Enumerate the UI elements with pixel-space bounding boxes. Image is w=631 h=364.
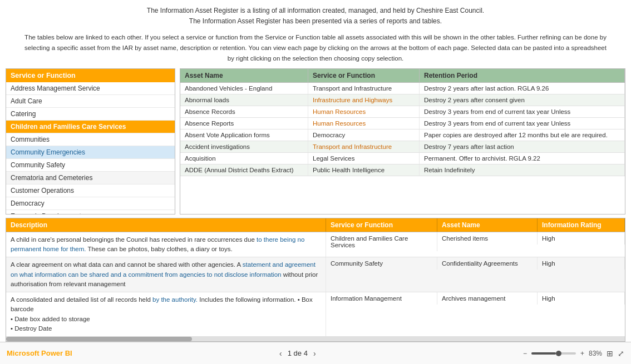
td-bottom-asset: Confidentiality Agreements [437,257,538,270]
table-row[interactable]: ADDE (Annual District Deaths Extract)Pub… [180,164,625,176]
top-right-table: Asset Name Service or Function Retention… [180,68,625,214]
td-bottom-service: Children and Families Care Services [326,232,437,251]
sidebar: Service or Function Address Management S… [6,68,175,214]
td-service: Democracy [308,129,420,141]
td-retention: Retain Indefinitely [420,164,625,176]
header-line1: The Information Asset Register is a list… [11,6,620,16]
th-information-rating: Information Rating [538,218,625,232]
td-bottom-asset: Archives management [437,292,538,305]
prev-page-button[interactable]: ‹ [279,349,282,358]
bottom-row[interactable]: A clear agreement on what data can and c… [6,257,625,292]
td-asset: Absence Reports [180,118,308,129]
zoom-fill [531,352,556,355]
td-service: Transport and Infrastructure [308,141,420,152]
sidebar-item[interactable]: Community Emergencies [6,146,175,159]
bottom-table-header-row: Description Service or Function Asset Na… [6,218,625,232]
sidebar-item[interactable]: Crematoria and Cemeteries [6,172,175,185]
td-description: A clear agreement on what data can and c… [6,257,326,292]
zoom-slider[interactable] [531,352,576,355]
header-section: The Information Asset Register is a list… [0,0,631,30]
footer-left: Microsoft Power BI [7,349,72,357]
next-page-button[interactable]: › [313,349,316,358]
td-bottom-service: Community Safety [326,257,437,270]
table-row[interactable]: Absence RecordsHuman ResourcesDestroy 3 … [180,106,625,118]
sidebar-list[interactable]: Address Management ServiceAdult CareCate… [6,82,175,213]
td-asset: Absent Vote Application forms [180,129,308,141]
td-retention: Destroy 2 years after last action. RGLA … [420,83,625,94]
page-wrapper: The Information Asset Register is a list… [0,0,631,364]
bottom-row[interactable]: A child in care's personal belongings th… [6,232,625,258]
td-service: Human Resources [308,118,420,129]
th-asset-name: Asset Name [180,69,308,82]
sidebar-item[interactable]: Economic Development [6,210,175,213]
bottom-scrollbar[interactable] [6,337,625,341]
sidebar-item[interactable]: Community Safety [6,159,175,172]
table-row[interactable]: Abnormal loadsInfrastructure and Highway… [180,94,625,106]
th-service-function: Service or Function [308,69,420,82]
td-service: Human Resources [308,106,420,117]
bottom-row[interactable]: A consolidated and detailed list of all … [6,292,625,337]
sidebar-item[interactable]: Democracy [6,197,175,210]
top-table-body[interactable]: Abandoned Vehicles - EnglandTransport an… [180,83,625,213]
sidebar-item[interactable]: Adult Care [6,95,175,108]
td-bottom-asset: Cherished items [437,232,538,245]
th-retention-period: Retention Period [420,69,625,82]
table-row[interactable]: Absent Vote Application formsDemocracyPa… [180,129,625,141]
td-retention: Paper copies are destroyed after 12 mont… [420,129,625,141]
td-service: Transport and Infrastructure [308,83,420,94]
table-row[interactable]: Accident investigationsTransport and Inf… [180,141,625,153]
main-content: Service or Function Address Management S… [0,68,631,342]
table-row[interactable]: AcquisitionLegal ServicesPermanent. Offe… [180,153,625,164]
td-asset: Abandoned Vehicles - England [180,83,308,94]
td-asset: Acquisition [180,153,308,164]
sidebar-item[interactable]: Children and Families Care Services [6,121,175,133]
td-asset: Accident investigations [180,141,308,152]
sidebar-item[interactable]: Customer Operations [6,185,175,197]
top-section: Service or Function Address Management S… [6,68,625,214]
sidebar-item[interactable]: Communities [6,133,175,146]
zoom-level: 83% [589,350,602,357]
td-bottom-service: Information Management [326,292,437,305]
th-description: Description [6,218,326,232]
td-retention: Permanent. Offer to archivist. RGLA 9.22 [420,153,625,164]
footer-center: ‹ 1 de 4 › [279,349,316,358]
sidebar-item[interactable]: Address Management Service [6,82,175,95]
footer-right: − + 83% ⊞ ⤢ [523,349,624,358]
td-retention: Destroy 3 years from end of current tax … [420,118,625,129]
sidebar-item[interactable]: Catering [6,108,175,121]
fullscreen-button[interactable]: ⤢ [618,349,624,358]
header-line2: The Information Asset Register has been … [11,16,620,27]
zoom-bar [531,352,576,355]
td-rating: High [538,232,625,245]
td-retention: Destroy 2 years after consent given [420,94,625,106]
sub-header-text: The tables below are linked to each othe… [22,32,609,64]
td-retention: Destroy 7 years after last action [420,141,625,152]
td-asset: ADDE (Annual District Deaths Extract) [180,164,308,176]
page-info: 1 de 4 [288,349,308,357]
table-row[interactable]: Abandoned Vehicles - EnglandTransport an… [180,83,625,94]
sidebar-header: Service or Function [6,69,175,82]
td-rating: High [538,292,625,305]
td-rating: High [538,257,625,270]
footer: Microsoft Power BI ‹ 1 de 4 › − + 83% ⊞ … [0,342,631,364]
th-bottom-asset: Asset Name [437,218,538,232]
bottom-table-body[interactable]: A child in care's personal belongings th… [6,232,625,337]
top-table-header-row: Asset Name Service or Function Retention… [180,69,625,83]
zoom-plus[interactable]: + [580,350,584,357]
td-service: Infrastructure and Highways [308,94,420,106]
zoom-thumb[interactable] [556,351,561,356]
fit-page-button[interactable]: ⊞ [607,349,613,358]
bottom-section: Description Service or Function Asset Na… [6,218,625,342]
sub-header: The tables below are linked to each othe… [0,30,631,68]
td-retention: Destroy 3 years from end of current tax … [420,106,625,117]
table-row[interactable]: Absence ReportsHuman ResourcesDestroy 3 … [180,118,625,129]
powerbi-link[interactable]: Microsoft Power BI [7,349,72,357]
td-asset: Absence Records [180,106,308,117]
td-service: Legal Services [308,153,420,164]
th-bottom-service: Service or Function [326,218,437,232]
zoom-minus[interactable]: − [523,350,527,357]
bottom-scrollbar-thumb[interactable] [6,337,192,341]
td-description: A child in care's personal belongings th… [6,232,326,257]
td-asset: Abnormal loads [180,94,308,106]
td-service: Public Health Intelligence [308,164,420,176]
